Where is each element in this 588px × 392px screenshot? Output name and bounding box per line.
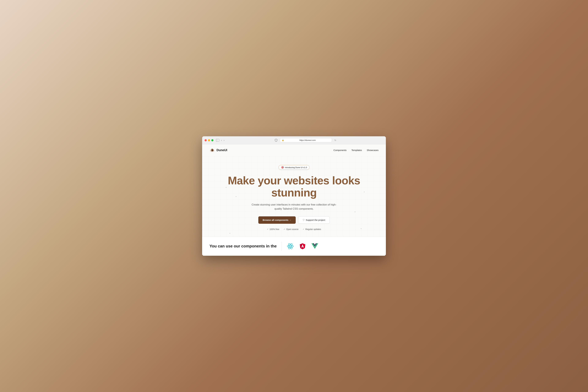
minimize-button[interactable] bbox=[208, 139, 210, 141]
address-bar-container: 🔒 https://duneui.com ↻ bbox=[228, 138, 384, 142]
bottom-text: You can use our components in the bbox=[210, 244, 277, 248]
nav-arrows: ‹ › bbox=[220, 139, 225, 142]
browser-window: ‹ › 🔒 https://duneui.com ↻ bbox=[202, 136, 386, 256]
browser-controls: ‹ › bbox=[216, 139, 225, 142]
feature-free: ✓ 100% free bbox=[267, 228, 279, 230]
forward-button[interactable]: › bbox=[223, 139, 225, 142]
logo-text: DuneUI bbox=[216, 148, 227, 152]
check-icon: ✓ bbox=[303, 228, 304, 230]
feature-free-label: 100% free bbox=[270, 228, 279, 230]
url-text: https://duneui.com bbox=[285, 139, 330, 141]
feature-badges: ✓ 100% free ✓ Open source ✓ Regular upda… bbox=[210, 228, 378, 230]
hero-subtitle: Create stunning user interfaces in minut… bbox=[251, 202, 337, 211]
svg-rect-0 bbox=[216, 139, 219, 142]
website-content: DuneUI Components Templates Showcases 🎯 … bbox=[202, 144, 386, 256]
react-icon bbox=[287, 242, 294, 250]
site-nav: DuneUI Components Templates Showcases bbox=[202, 144, 386, 156]
announcement-badge[interactable]: 🎯 Introducing Dune UI v1.0 bbox=[278, 165, 310, 170]
traffic-lights bbox=[204, 139, 214, 141]
shield-icon bbox=[275, 139, 278, 142]
feature-opensource: ✓ Open source bbox=[284, 228, 298, 230]
logo[interactable]: DuneUI bbox=[210, 147, 227, 153]
nav-components[interactable]: Components bbox=[334, 149, 346, 152]
address-bar[interactable]: 🔒 https://duneui.com bbox=[280, 138, 332, 142]
check-icon: ✓ bbox=[284, 228, 285, 230]
heart-icon: ♡ bbox=[302, 219, 304, 222]
cta-buttons: Browse all components → ♡ Support the pr… bbox=[210, 216, 378, 224]
browse-components-button[interactable]: Browse all components → bbox=[258, 216, 296, 224]
maximize-button[interactable] bbox=[211, 139, 214, 141]
feature-opensource-label: Open source bbox=[286, 228, 298, 230]
tech-icons bbox=[287, 242, 318, 250]
check-icon: ✓ bbox=[267, 228, 268, 230]
hero-title: Make your websites looks stunning bbox=[210, 174, 378, 199]
browser-chrome: ‹ › 🔒 https://duneui.com ↻ bbox=[202, 136, 386, 144]
angular-icon bbox=[299, 242, 306, 250]
badge-emoji: 🎯 bbox=[281, 166, 284, 168]
badge-text: Introducing Dune UI v1.0 bbox=[285, 166, 307, 168]
lock-icon: 🔒 bbox=[282, 139, 284, 141]
divider bbox=[282, 242, 282, 251]
hero-section: 🎯 Introducing Dune UI v1.0 Make your web… bbox=[202, 156, 386, 236]
svg-point-8 bbox=[290, 246, 291, 247]
vue-icon bbox=[311, 242, 318, 250]
feature-updates-label: Regular updates bbox=[305, 228, 321, 230]
close-button[interactable] bbox=[204, 139, 207, 141]
nav-links: Components Templates Showcases bbox=[334, 149, 378, 152]
nav-templates[interactable]: Templates bbox=[352, 149, 362, 152]
sidebar-toggle-icon[interactable] bbox=[216, 139, 219, 142]
logo-icon bbox=[210, 147, 215, 153]
nav-showcases[interactable]: Showcases bbox=[367, 149, 378, 152]
refresh-button[interactable]: ↻ bbox=[334, 139, 336, 142]
feature-updates: ✓ Regular updates bbox=[303, 228, 321, 230]
support-project-button[interactable]: ♡ Support the project bbox=[298, 216, 330, 224]
back-button[interactable]: ‹ bbox=[220, 139, 222, 142]
bottom-preview: You can use our components in the bbox=[202, 236, 386, 256]
